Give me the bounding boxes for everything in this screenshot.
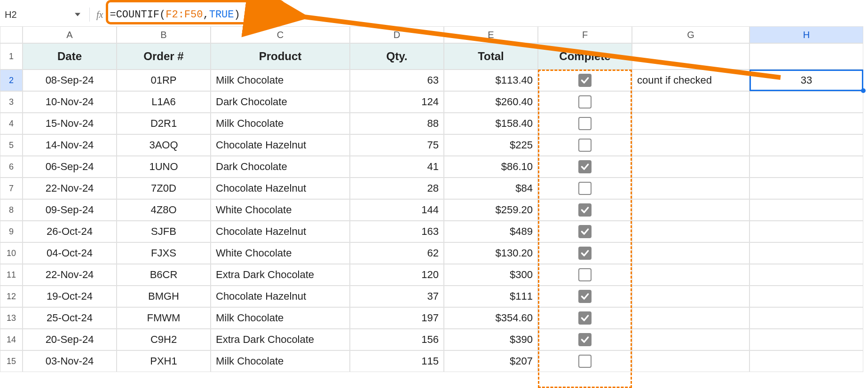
cell-qty[interactable]: 163 bbox=[350, 221, 444, 242]
col-header-G[interactable]: G bbox=[632, 26, 750, 43]
cell-complete[interactable] bbox=[538, 70, 632, 91]
checkbox[interactable] bbox=[578, 268, 592, 281]
cell-H7[interactable] bbox=[750, 178, 863, 199]
cell-order[interactable]: L1A6 bbox=[117, 91, 211, 113]
cell-qty[interactable]: 197 bbox=[350, 307, 444, 329]
cell-order[interactable]: FJXS bbox=[117, 242, 211, 264]
row-header-14[interactable]: 14 bbox=[0, 329, 23, 350]
cell-total[interactable]: $113.40 bbox=[444, 70, 538, 91]
col-header-E[interactable]: E bbox=[444, 26, 538, 43]
cell-date[interactable]: 26-Oct-24 bbox=[23, 221, 117, 242]
checkbox[interactable] bbox=[578, 225, 592, 238]
cell-qty[interactable]: 88 bbox=[350, 113, 444, 134]
checkbox[interactable] bbox=[578, 95, 592, 109]
formula-bar[interactable]: =COUNTIF(F2:F50,TRUE) bbox=[107, 8, 243, 22]
cell-product[interactable]: Chocolate Hazelnut bbox=[211, 134, 350, 156]
cell-complete[interactable] bbox=[538, 156, 632, 178]
cell-complete[interactable] bbox=[538, 242, 632, 264]
cell-G15[interactable] bbox=[632, 350, 750, 372]
row-header-12[interactable]: 12 bbox=[0, 286, 23, 307]
cell-H15[interactable] bbox=[750, 350, 863, 372]
cell-G9[interactable] bbox=[632, 221, 750, 242]
cell-product[interactable]: Extra Dark Chocolate bbox=[211, 264, 350, 286]
cell-order[interactable]: PXH1 bbox=[117, 350, 211, 372]
cell-G13[interactable] bbox=[632, 307, 750, 329]
cell-total[interactable]: $111 bbox=[444, 286, 538, 307]
cell-qty[interactable]: 156 bbox=[350, 329, 444, 350]
cell-order[interactable]: 4Z8O bbox=[117, 199, 211, 221]
cell-H9[interactable] bbox=[750, 221, 863, 242]
cell-total[interactable]: $259.20 bbox=[444, 199, 538, 221]
cell-H14[interactable] bbox=[750, 329, 863, 350]
cell-complete[interactable] bbox=[538, 178, 632, 199]
cell-date[interactable]: 03-Nov-24 bbox=[23, 350, 117, 372]
cell-H11[interactable] bbox=[750, 264, 863, 286]
row-header-5[interactable]: 5 bbox=[0, 134, 23, 156]
cell-qty[interactable]: 37 bbox=[350, 286, 444, 307]
cell-complete[interactable] bbox=[538, 221, 632, 242]
checkbox[interactable] bbox=[578, 333, 592, 346]
cell-order[interactable]: D2R1 bbox=[117, 113, 211, 134]
row-header-8[interactable]: 8 bbox=[0, 199, 23, 221]
col-header-B[interactable]: B bbox=[117, 26, 211, 43]
cell-date[interactable]: 20-Sep-24 bbox=[23, 329, 117, 350]
cell-complete[interactable] bbox=[538, 307, 632, 329]
header-date[interactable]: Date bbox=[23, 43, 117, 70]
cell-total[interactable]: $260.40 bbox=[444, 91, 538, 113]
cell-complete[interactable] bbox=[538, 199, 632, 221]
cell-H12[interactable] bbox=[750, 286, 863, 307]
row-header-9[interactable]: 9 bbox=[0, 221, 23, 242]
cell-product[interactable]: Extra Dark Chocolate bbox=[211, 329, 350, 350]
name-box-dropdown[interactable] bbox=[71, 6, 85, 23]
cell-order[interactable]: 1UNO bbox=[117, 156, 211, 178]
header-complete[interactable]: Complete bbox=[538, 43, 632, 70]
cell-complete[interactable] bbox=[538, 286, 632, 307]
cell-product[interactable]: Milk Chocolate bbox=[211, 70, 350, 91]
cell-date[interactable]: 14-Nov-24 bbox=[23, 134, 117, 156]
checkbox[interactable] bbox=[578, 311, 592, 325]
checkbox[interactable] bbox=[578, 290, 592, 303]
cell-H5[interactable] bbox=[750, 134, 863, 156]
cell-H2[interactable]: 33 bbox=[750, 70, 863, 91]
row-header-15[interactable]: 15 bbox=[0, 350, 23, 372]
col-header-H[interactable]: H bbox=[750, 26, 863, 43]
cell-order[interactable]: SJFB bbox=[117, 221, 211, 242]
cell-total[interactable]: $390 bbox=[444, 329, 538, 350]
cell-qty[interactable]: 62 bbox=[350, 242, 444, 264]
col-header-D[interactable]: D bbox=[350, 26, 444, 43]
header-qty[interactable]: Qty. bbox=[350, 43, 444, 70]
cell-G1[interactable] bbox=[632, 43, 750, 70]
row-header-10[interactable]: 10 bbox=[0, 242, 23, 264]
col-header-F[interactable]: F bbox=[538, 26, 632, 43]
col-header-C[interactable]: C bbox=[211, 26, 350, 43]
cell-H10[interactable] bbox=[750, 242, 863, 264]
checkbox[interactable] bbox=[578, 247, 592, 260]
cell-G12[interactable] bbox=[632, 286, 750, 307]
cell-date[interactable]: 22-Nov-24 bbox=[23, 264, 117, 286]
cell-H6[interactable] bbox=[750, 156, 863, 178]
cell-total[interactable]: $489 bbox=[444, 221, 538, 242]
cell-order[interactable]: 7Z0D bbox=[117, 178, 211, 199]
cell-complete[interactable] bbox=[538, 329, 632, 350]
cell-G2[interactable]: count if checked bbox=[632, 70, 750, 91]
cell-total[interactable]: $300 bbox=[444, 264, 538, 286]
cell-product[interactable]: Milk Chocolate bbox=[211, 307, 350, 329]
cell-product[interactable]: White Chocolate bbox=[211, 199, 350, 221]
cell-order[interactable]: 3AOQ bbox=[117, 134, 211, 156]
checkbox[interactable] bbox=[578, 117, 592, 130]
selection-fill-handle[interactable] bbox=[861, 88, 866, 93]
checkbox[interactable] bbox=[578, 139, 592, 152]
cell-total[interactable]: $207 bbox=[444, 350, 538, 372]
header-order[interactable]: Order # bbox=[117, 43, 211, 70]
cell-product[interactable]: Dark Chocolate bbox=[211, 156, 350, 178]
cell-complete[interactable] bbox=[538, 91, 632, 113]
cell-G6[interactable] bbox=[632, 156, 750, 178]
cell-total[interactable]: $86.10 bbox=[444, 156, 538, 178]
cell-date[interactable]: 19-Oct-24 bbox=[23, 286, 117, 307]
row-header-11[interactable]: 11 bbox=[0, 264, 23, 286]
cell-complete[interactable] bbox=[538, 134, 632, 156]
cell-product[interactable]: Milk Chocolate bbox=[211, 350, 350, 372]
cell-H13[interactable] bbox=[750, 307, 863, 329]
cell-date[interactable]: 08-Sep-24 bbox=[23, 70, 117, 91]
row-header-7[interactable]: 7 bbox=[0, 178, 23, 199]
